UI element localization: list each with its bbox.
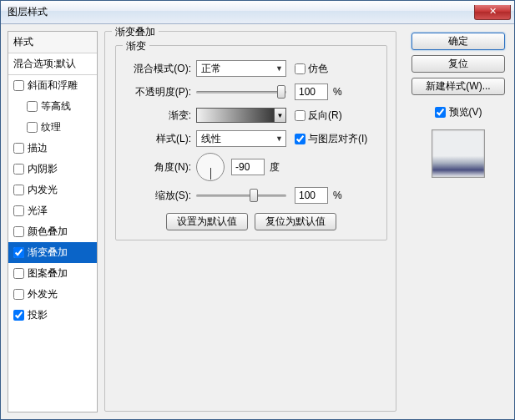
gradient-dropdown[interactable]: ▼ [275, 108, 286, 123]
new-style-button[interactable]: 新建样式(W)... [411, 78, 505, 95]
ok-button[interactable]: 确定 [411, 33, 505, 50]
style-checkbox[interactable] [13, 143, 24, 154]
opacity-input[interactable] [295, 83, 328, 100]
settings-panel: 渐变叠加 渐变 混合模式(O): 正常 ▼ 仿色 [104, 31, 402, 412]
style-item-label: 投影 [28, 308, 48, 322]
titlebar: 图层样式 ✕ [1, 1, 514, 24]
dither-label: 仿色 [308, 62, 328, 76]
scale-label: 缩放(S): [124, 189, 196, 203]
content-area: 样式 混合选项:默认 斜面和浮雕等高线纹理描边内阴影内发光光泽颜色叠加渐变叠加图… [1, 24, 514, 419]
reverse-checkbox[interactable]: 反向(R) [295, 109, 342, 123]
style-label: 样式(L): [124, 132, 196, 146]
style-checkbox[interactable] [13, 268, 24, 279]
style-item-6[interactable]: 光泽 [8, 200, 97, 221]
style-checkbox[interactable] [13, 164, 24, 175]
blend-mode-label: 混合模式(O): [124, 62, 196, 76]
reverse-label: 反向(R) [308, 109, 342, 123]
style-item-4[interactable]: 内阴影 [8, 159, 97, 180]
style-checkbox[interactable] [13, 247, 24, 258]
style-item-label: 图案叠加 [28, 266, 68, 281]
style-item-8[interactable]: 渐变叠加 [8, 242, 97, 263]
style-item-0[interactable]: 斜面和浮雕 [8, 75, 97, 96]
dither-check-input[interactable] [295, 63, 305, 74]
style-item-label: 外发光 [28, 287, 58, 301]
style-value: 线性 [201, 132, 221, 146]
scale-slider[interactable] [196, 188, 286, 203]
inner-legend: 渐变 [123, 39, 149, 53]
style-item-10[interactable]: 外发光 [8, 284, 97, 305]
style-item-label: 等高线 [41, 99, 71, 114]
align-check-input[interactable] [295, 134, 305, 144]
blend-options-item[interactable]: 混合选项:默认 [8, 53, 97, 75]
opacity-unit: % [333, 86, 342, 98]
opacity-label: 不透明度(P): [124, 85, 196, 99]
style-checkbox[interactable] [13, 226, 24, 237]
blend-mode-select[interactable]: 正常 ▼ [196, 60, 286, 77]
set-default-button[interactable]: 设置为默认值 [166, 213, 248, 230]
style-select[interactable]: 线性 ▼ [196, 130, 286, 147]
style-item-1[interactable]: 等高线 [8, 96, 97, 117]
align-label: 与图层对齐(I) [308, 132, 367, 146]
dither-checkbox[interactable]: 仿色 [295, 62, 328, 76]
styles-header: 样式 [8, 32, 97, 53]
gradient-swatch[interactable] [196, 108, 275, 123]
style-checkbox[interactable] [27, 101, 38, 112]
chevron-down-icon: ▼ [275, 134, 283, 143]
slider-thumb[interactable] [277, 85, 285, 99]
style-item-label: 光泽 [28, 204, 48, 218]
preview-label: 预览(V) [449, 105, 482, 119]
style-item-5[interactable]: 内发光 [8, 180, 97, 200]
style-item-label: 纹理 [41, 120, 61, 134]
style-item-3[interactable]: 描边 [8, 138, 97, 159]
reverse-check-input[interactable] [295, 110, 305, 121]
reset-default-button[interactable]: 复位为默认值 [255, 213, 336, 230]
styles-list-panel: 样式 混合选项:默认 斜面和浮雕等高线纹理描边内阴影内发光光泽颜色叠加渐变叠加图… [8, 31, 98, 412]
style-item-label: 内阴影 [28, 162, 58, 176]
style-item-7[interactable]: 颜色叠加 [8, 221, 97, 242]
layer-style-dialog: 图层样式 ✕ 样式 混合选项:默认 斜面和浮雕等高线纹理描边内阴影内发光光泽颜色… [0, 0, 515, 420]
angle-label: 角度(N): [124, 160, 196, 175]
style-item-11[interactable]: 投影 [8, 305, 97, 326]
align-checkbox[interactable]: 与图层对齐(I) [295, 132, 367, 146]
cancel-button[interactable]: 复位 [411, 55, 505, 73]
outer-legend: 渐变叠加 [112, 25, 159, 39]
scale-unit: % [333, 190, 342, 201]
angle-input[interactable] [231, 159, 265, 175]
gradient-group: 渐变 混合模式(O): 正常 ▼ 仿色 [115, 45, 387, 240]
style-checkbox[interactable] [13, 185, 24, 195]
style-checkbox[interactable] [13, 289, 24, 300]
style-checkbox[interactable] [13, 80, 24, 91]
style-checkbox[interactable] [13, 310, 24, 321]
angle-indicator [210, 168, 211, 180]
opacity-slider[interactable] [196, 84, 286, 99]
style-item-label: 渐变叠加 [28, 245, 68, 260]
angle-unit: 度 [270, 160, 280, 175]
slider-thumb[interactable] [250, 189, 258, 202]
preview-checkbox[interactable]: 预览(V) [435, 105, 482, 119]
angle-dial[interactable] [196, 153, 225, 181]
gradient-label: 渐变: [124, 109, 196, 123]
preview-check-input[interactable] [435, 107, 446, 118]
style-item-label: 内发光 [28, 183, 58, 197]
chevron-down-icon: ▼ [275, 64, 283, 73]
style-item-2[interactable]: 纹理 [8, 117, 97, 138]
style-item-label: 颜色叠加 [28, 225, 68, 239]
style-item-label: 描边 [28, 141, 48, 155]
style-item-label: 斜面和浮雕 [28, 78, 78, 93]
scale-input[interactable] [295, 187, 328, 204]
style-checkbox[interactable] [27, 122, 38, 133]
window-title: 图层样式 [8, 5, 48, 19]
preview-thumbnail [432, 129, 485, 178]
close-button[interactable]: ✕ [474, 5, 511, 20]
blend-mode-value: 正常 [201, 62, 221, 76]
style-checkbox[interactable] [13, 205, 24, 216]
right-button-panel: 确定 复位 新建样式(W)... 预览(V) [409, 31, 507, 412]
gradient-overlay-group: 渐变叠加 渐变 混合模式(O): 正常 ▼ 仿色 [104, 31, 396, 412]
style-item-9[interactable]: 图案叠加 [8, 263, 97, 284]
blend-options-label: 混合选项:默认 [13, 57, 76, 71]
